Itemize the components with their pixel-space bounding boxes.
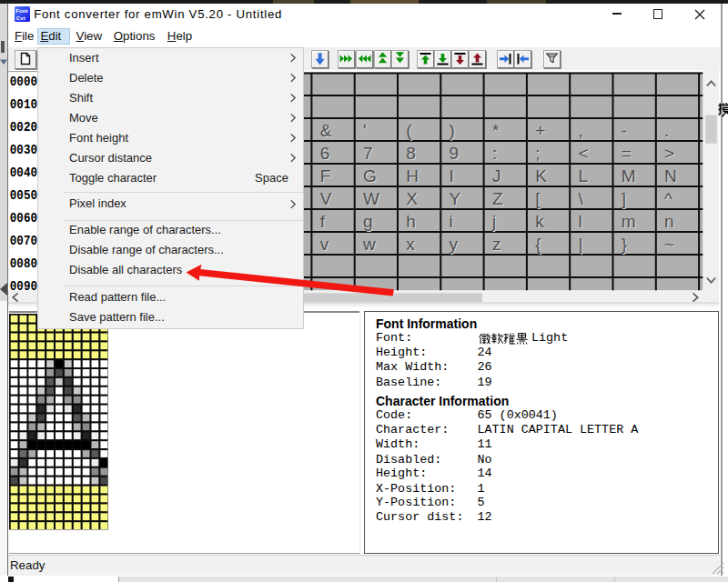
svg-text:i: i [450,212,453,231]
svg-text:g: g [363,212,373,231]
svg-text:Cvt: Cvt [15,14,25,20]
svg-text:z: z [492,235,501,254]
svg-text:7: 7 [363,144,373,163]
svg-text:J: J [492,166,501,186]
svg-text:(: ( [406,121,412,140]
svg-text:>: > [664,144,674,163]
svg-text:': ' [363,121,367,140]
svg-text:w: w [362,235,376,254]
svg-text:N: N [664,166,677,186]
svg-text:W: W [363,189,379,208]
svg-text:f: f [320,212,326,231]
svg-text:K: K [535,166,547,186]
svg-text:;: ; [535,144,540,163]
svg-text:,: , [579,121,583,140]
svg-text:8: 8 [406,144,416,163]
svg-text:Z: Z [492,189,503,208]
svg-text:0030: 0030 [10,143,37,157]
svg-text:Font: Font [15,6,27,13]
svg-text:0040: 0040 [10,166,37,180]
svg-text:F: F [320,166,331,186]
svg-text:Y: Y [450,189,461,208]
svg-text:~: ~ [664,235,674,254]
svg-text:.: . [664,121,669,140]
svg-text:<: < [579,144,589,163]
svg-text:0000: 0000 [10,75,37,89]
svg-text:0020: 0020 [10,120,37,135]
svg-text:0010: 0010 [10,97,37,112]
svg-text:H: H [406,166,419,186]
svg-text:\: \ [579,189,584,208]
svg-text::: : [492,144,497,163]
svg-text:X: X [406,189,418,208]
svg-text:^: ^ [664,189,672,208]
svg-text:M: M [622,166,636,186]
svg-text:*: * [492,121,500,140]
svg-text:G: G [363,166,377,186]
svg-text:|: | [579,235,583,254]
svg-text:): ) [450,121,455,140]
svg-text:v: v [320,235,329,254]
svg-text:V: V [320,189,332,208]
svg-text:6: 6 [320,144,330,163]
svg-text:[: [ [535,189,541,208]
svg-text:j: j [491,212,496,231]
svg-text:&: & [320,121,332,140]
svg-text:-: - [622,121,627,140]
svg-text:+: + [535,121,545,140]
svg-text:0060: 0060 [10,211,37,226]
svg-text:n: n [664,212,674,231]
svg-text:k: k [535,212,544,231]
svg-text:L: L [579,166,589,186]
svg-text:m: m [622,212,636,231]
svg-text:0070: 0070 [10,234,37,248]
svg-text:0080: 0080 [10,256,37,271]
svg-text:h: h [406,212,416,231]
svg-text:]: ] [622,189,626,208]
svg-text:9: 9 [450,144,460,163]
svg-text:l: l [579,212,582,231]
svg-text:x: x [406,235,415,254]
svg-text:}: } [622,235,627,254]
svg-text:=: = [622,144,632,163]
svg-text:I: I [450,166,454,186]
svg-text:y: y [450,235,459,254]
svg-text:0050: 0050 [10,188,37,203]
svg-text:{: { [535,235,541,254]
